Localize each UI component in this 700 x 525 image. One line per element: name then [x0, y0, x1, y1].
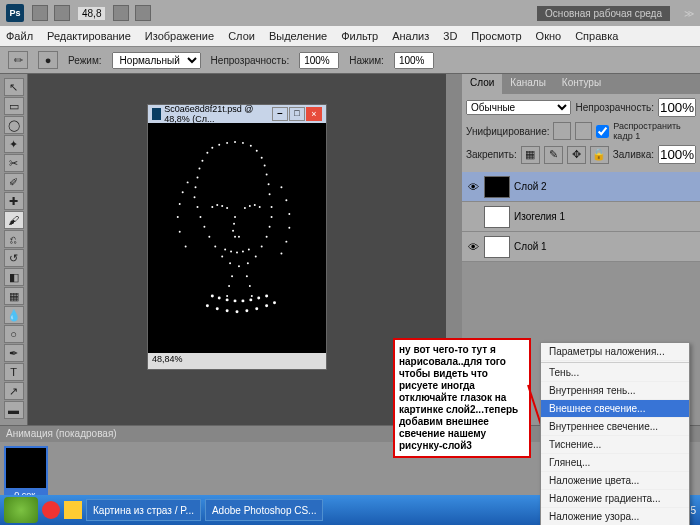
- menu-analysis[interactable]: Анализ: [392, 30, 429, 42]
- ctx-inner-shadow[interactable]: Внутренняя тень...: [541, 382, 689, 400]
- lock-position-icon[interactable]: ✥: [567, 146, 586, 164]
- opacity-input[interactable]: [299, 52, 339, 69]
- menu-help[interactable]: Справка: [575, 30, 618, 42]
- animation-frame[interactable]: [4, 446, 48, 490]
- zoom-icon[interactable]: [135, 5, 151, 21]
- document-canvas[interactable]: [148, 123, 326, 353]
- flow-label: Нажим:: [349, 55, 384, 66]
- ctx-bevel[interactable]: Тиснение...: [541, 436, 689, 454]
- zoom-value[interactable]: 48,8: [78, 7, 105, 20]
- shape-tool[interactable]: ▬: [4, 401, 24, 419]
- menu-window[interactable]: Окно: [536, 30, 562, 42]
- wand-tool[interactable]: ✦: [4, 135, 24, 153]
- taskbar-item[interactable]: Adobe Photoshop CS...: [205, 499, 324, 521]
- ctx-inner-glow[interactable]: Внутреннее свечение...: [541, 418, 689, 436]
- lock-all-icon[interactable]: 🔒: [590, 146, 609, 164]
- layer-item[interactable]: 👁 Слой 2: [462, 172, 700, 202]
- visibility-icon[interactable]: [466, 210, 480, 224]
- svg-point-52: [228, 285, 230, 287]
- doc-arrange-icons[interactable]: [32, 5, 70, 21]
- svg-point-3: [226, 142, 228, 144]
- stamp-tool[interactable]: ⎌: [4, 230, 24, 248]
- expand-icon[interactable]: ≫: [684, 8, 694, 19]
- layer-name[interactable]: Слой 1: [514, 241, 547, 252]
- eraser-tool[interactable]: ◧: [4, 268, 24, 286]
- lock-pixels-icon[interactable]: ✎: [544, 146, 563, 164]
- hand-icon[interactable]: [113, 5, 129, 21]
- svg-point-34: [242, 251, 244, 253]
- crop-tool[interactable]: ✂: [4, 154, 24, 172]
- document-titlebar[interactable]: Sc0a6e8d8f21t.psd @ 48,8% (Сл... ‒ □ ×: [148, 105, 326, 123]
- annotation-box: ну вот чего-то тут я нарисовала..для тог…: [393, 338, 531, 458]
- unify-icon[interactable]: [553, 122, 570, 140]
- folder-icon[interactable]: [64, 501, 82, 519]
- menu-layer[interactable]: Слои: [228, 30, 255, 42]
- ctx-outer-glow[interactable]: Внешнее свечение...: [541, 400, 689, 418]
- svg-point-22: [244, 207, 246, 209]
- gradient-tool[interactable]: ▦: [4, 287, 24, 305]
- close-button[interactable]: ×: [306, 107, 322, 121]
- layer-thumbnail[interactable]: [484, 176, 510, 198]
- blend-mode-select[interactable]: Нормальный: [112, 52, 201, 69]
- menu-3d[interactable]: 3D: [443, 30, 457, 42]
- ctx-pattern-overlay[interactable]: Наложение узора...: [541, 508, 689, 525]
- layer-thumbnail[interactable]: [484, 206, 510, 228]
- maximize-button[interactable]: □: [289, 107, 305, 121]
- brush-picker[interactable]: ●: [38, 51, 58, 69]
- type-tool[interactable]: T: [4, 363, 24, 381]
- svg-point-67: [226, 309, 229, 312]
- path-tool[interactable]: ↗: [4, 382, 24, 400]
- lasso-tool[interactable]: ◯: [4, 116, 24, 134]
- mode-label: Режим:: [68, 55, 102, 66]
- brush-tool[interactable]: 🖌: [4, 211, 24, 229]
- tab-paths[interactable]: Контуры: [554, 74, 609, 94]
- layer-item[interactable]: 👁 Слой 1: [462, 232, 700, 262]
- heal-tool[interactable]: ✚: [4, 192, 24, 210]
- ctx-gradient-overlay[interactable]: Наложение градиента...: [541, 490, 689, 508]
- marquee-tool[interactable]: ▭: [4, 97, 24, 115]
- taskbar-item[interactable]: Картина из страз / P...: [86, 499, 201, 521]
- opera-icon[interactable]: [42, 501, 60, 519]
- menu-edit[interactable]: Редактирование: [47, 30, 131, 42]
- layer-item[interactable]: Изогелия 1: [462, 202, 700, 232]
- pen-tool[interactable]: ✒: [4, 344, 24, 362]
- layer-thumbnail[interactable]: [484, 236, 510, 258]
- flow-input[interactable]: [394, 52, 434, 69]
- arrange-icon[interactable]: [54, 5, 70, 21]
- workspace-selector[interactable]: Основная рабочая среда: [537, 6, 670, 21]
- ctx-blending-options[interactable]: Параметры наложения...: [541, 343, 689, 361]
- ctx-drop-shadow[interactable]: Тень...: [541, 364, 689, 382]
- menu-view[interactable]: Просмотр: [471, 30, 521, 42]
- layer-blend-select[interactable]: Обычные: [466, 100, 571, 115]
- move-tool[interactable]: ↖: [4, 78, 24, 96]
- propagate-checkbox[interactable]: [596, 125, 609, 138]
- start-button[interactable]: [4, 497, 38, 523]
- svg-point-53: [226, 295, 228, 297]
- unify-icon-2[interactable]: [575, 122, 592, 140]
- ctx-color-overlay[interactable]: Наложение цвета...: [541, 472, 689, 490]
- menu-select[interactable]: Выделение: [269, 30, 327, 42]
- bridge-icon[interactable]: [32, 5, 48, 21]
- menu-file[interactable]: Файл: [6, 30, 33, 42]
- ctx-satin[interactable]: Глянец...: [541, 454, 689, 472]
- lock-transparency-icon[interactable]: ▦: [521, 146, 540, 164]
- menu-image[interactable]: Изображение: [145, 30, 214, 42]
- layer-name[interactable]: Слой 2: [514, 181, 547, 192]
- brush-preset-icon[interactable]: ✏: [8, 51, 28, 69]
- svg-point-49: [271, 216, 273, 218]
- svg-point-39: [208, 236, 210, 238]
- layer-opacity-input[interactable]: [658, 98, 696, 117]
- history-brush-tool[interactable]: ↺: [4, 249, 24, 267]
- blur-tool[interactable]: 💧: [4, 306, 24, 324]
- tab-channels[interactable]: Каналы: [502, 74, 554, 94]
- svg-point-56: [251, 295, 253, 297]
- visibility-icon[interactable]: 👁: [466, 240, 480, 254]
- fill-input[interactable]: [658, 145, 696, 164]
- dodge-tool[interactable]: ○: [4, 325, 24, 343]
- eyedropper-tool[interactable]: ✐: [4, 173, 24, 191]
- minimize-button[interactable]: ‒: [272, 107, 288, 121]
- tab-layers[interactable]: Слои: [462, 74, 502, 94]
- visibility-icon[interactable]: 👁: [466, 180, 480, 194]
- layer-name[interactable]: Изогелия 1: [514, 211, 565, 222]
- menu-filter[interactable]: Фильтр: [341, 30, 378, 42]
